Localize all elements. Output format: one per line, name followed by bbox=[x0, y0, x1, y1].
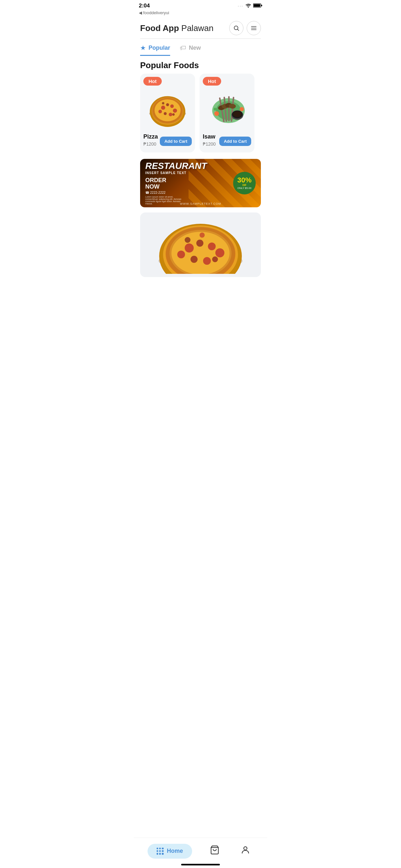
status-icons: ··· bbox=[238, 3, 262, 9]
back-label[interactable]: ◀ fooddeliveryui bbox=[134, 10, 267, 18]
search-button[interactable] bbox=[229, 21, 243, 35]
hamburger-icon bbox=[251, 25, 257, 31]
svg-point-34 bbox=[214, 107, 217, 111]
star-icon: ★ bbox=[140, 44, 146, 52]
svg-point-32 bbox=[214, 111, 219, 116]
svg-point-9 bbox=[161, 105, 165, 110]
svg-point-31 bbox=[233, 111, 242, 117]
food-card-list: Hot bbox=[134, 73, 267, 152]
svg-point-13 bbox=[173, 108, 177, 113]
signal-dots-icon: ··· bbox=[238, 3, 243, 8]
discount-price: ONLY $5.00 bbox=[237, 187, 251, 190]
tab-new-label: New bbox=[189, 44, 201, 51]
battery-icon bbox=[253, 3, 262, 9]
app-header: Food App Palawan bbox=[134, 18, 267, 38]
svg-point-45 bbox=[190, 256, 197, 263]
tab-popular-label: Popular bbox=[149, 44, 170, 51]
menu-button[interactable] bbox=[247, 21, 261, 35]
tag-icon: 🏷 bbox=[180, 44, 186, 52]
food-card-isaw: Hot bbox=[199, 73, 254, 152]
food-card-pizza: Hot bbox=[140, 73, 195, 152]
svg-point-16 bbox=[162, 102, 164, 104]
add-to-cart-isaw[interactable]: Add to Cart bbox=[219, 136, 251, 146]
banner-title: RESTAURANT bbox=[145, 161, 256, 170]
svg-point-46 bbox=[203, 257, 211, 265]
header-actions bbox=[229, 21, 261, 35]
pizza-price: ₱1200 bbox=[143, 142, 158, 147]
restaurant-banner[interactable]: RESTAURANT INSERT SAMPLE TEXT ORDERNOW ☎… bbox=[140, 159, 261, 207]
svg-point-42 bbox=[196, 240, 204, 247]
add-to-cart-pizza[interactable]: Add to Cart bbox=[160, 136, 192, 146]
app-title-light: Palawan bbox=[179, 23, 213, 33]
search-icon bbox=[233, 25, 240, 31]
pizza-card-bottom: Pizza ₱1200 Add to Cart bbox=[143, 133, 192, 149]
isaw-price: ₱1200 bbox=[203, 142, 216, 147]
svg-point-44 bbox=[215, 248, 224, 257]
tab-new[interactable]: 🏷 New bbox=[180, 44, 201, 56]
pizza-image-container bbox=[143, 88, 192, 130]
banner-description: Lorem ipsum dolor sit amet, consectetuer… bbox=[145, 196, 184, 205]
svg-rect-1 bbox=[253, 4, 260, 6]
svg-point-33 bbox=[240, 107, 244, 112]
svg-point-12 bbox=[158, 110, 162, 113]
wifi-icon bbox=[245, 3, 251, 9]
svg-point-14 bbox=[164, 112, 166, 115]
isaw-image bbox=[206, 91, 248, 127]
svg-point-10 bbox=[170, 104, 174, 108]
featured-pizza-image bbox=[152, 216, 249, 274]
pizza-name: Pizza bbox=[143, 133, 158, 140]
discount-of: OF bbox=[243, 184, 247, 187]
tab-popular[interactable]: ★ Popular bbox=[140, 44, 170, 56]
svg-point-49 bbox=[199, 232, 205, 238]
featured-pizza-card bbox=[140, 213, 261, 277]
svg-point-41 bbox=[208, 243, 216, 250]
svg-point-11 bbox=[166, 103, 169, 106]
pizza-image bbox=[147, 91, 189, 127]
banner-discount-badge: 30% OF ONLY $5.00 bbox=[233, 172, 256, 194]
svg-point-48 bbox=[212, 256, 218, 262]
isaw-name: Isaw bbox=[203, 133, 216, 140]
category-tabs: ★ Popular 🏷 New bbox=[134, 39, 267, 56]
app-title-bold: Food App bbox=[140, 23, 179, 33]
isaw-image-container bbox=[203, 88, 251, 130]
isaw-card-bottom: Isaw ₱1200 Add to Cart bbox=[203, 133, 251, 149]
svg-point-15 bbox=[169, 113, 173, 116]
app-title: Food App Palawan bbox=[140, 23, 213, 33]
status-time: 2:04 bbox=[139, 3, 150, 9]
svg-point-17 bbox=[173, 113, 175, 116]
svg-point-43 bbox=[177, 251, 185, 258]
status-bar: 2:04 ··· bbox=[134, 0, 267, 10]
banner-website: WWW.SAMPLETEXT.COM bbox=[180, 202, 221, 206]
svg-rect-2 bbox=[261, 4, 262, 6]
svg-point-47 bbox=[185, 237, 190, 243]
hot-badge-pizza: Hot bbox=[143, 77, 162, 86]
section-popular-title: Popular Foods bbox=[134, 56, 267, 73]
discount-percentage: 30% bbox=[237, 177, 251, 184]
hot-badge-isaw: Hot bbox=[203, 77, 221, 86]
svg-point-40 bbox=[185, 244, 194, 252]
svg-rect-23 bbox=[228, 96, 230, 121]
